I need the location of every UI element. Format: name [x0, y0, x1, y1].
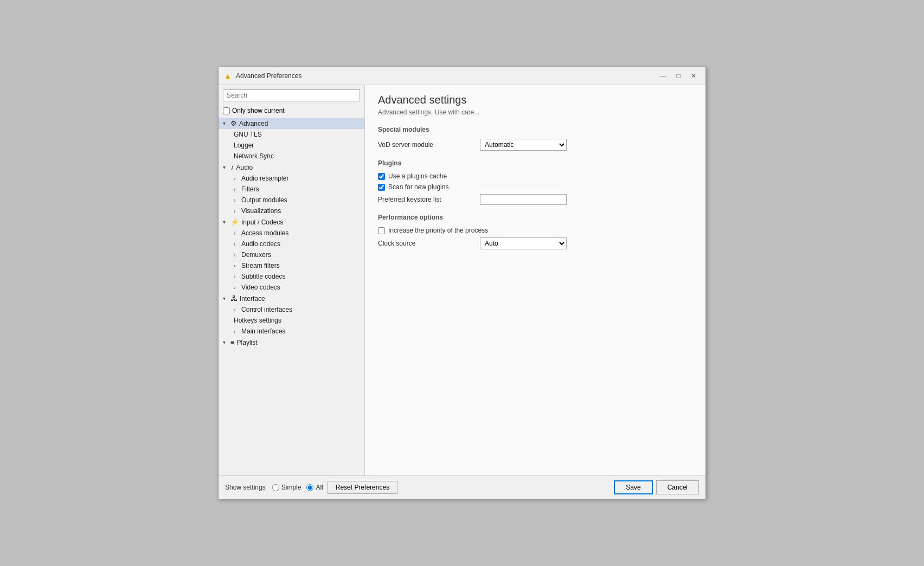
sidebar-item-label: Video codecs: [241, 284, 280, 291]
chevron-right-icon: ›: [234, 208, 239, 214]
special-modules-label: Special modules: [378, 126, 692, 133]
sidebar-item-visualizations[interactable]: › Visualizations: [219, 205, 364, 216]
reset-preferences-button[interactable]: Reset Preferences: [328, 481, 397, 494]
simple-radio-label[interactable]: Simple: [272, 484, 301, 491]
sidebar-item-label: Output modules: [241, 196, 287, 204]
window-body: Only show current ▾ ⚙ Advanced GNU TLS L…: [219, 85, 705, 475]
sidebar-item-interface[interactable]: ▾ 🖧 Interface: [219, 293, 364, 304]
sidebar-item-label: Filters: [241, 185, 259, 193]
playlist-icon: ≡: [230, 338, 235, 346]
main-subtitle: Advanced settings. Use with care...: [378, 108, 692, 116]
sidebar-item-label: Control interfaces: [241, 306, 292, 313]
sidebar-item-hotkeys-settings[interactable]: Hotkeys settings: [219, 315, 364, 326]
chevron-down-icon: ▾: [223, 120, 228, 126]
main-content: Advanced settings Advanced settings. Use…: [365, 85, 705, 475]
sidebar-item-video-codecs[interactable]: › Video codecs: [219, 282, 364, 293]
sidebar-item-label: Audio resampler: [241, 175, 288, 182]
sidebar-item-subtitle-codecs[interactable]: › Subtitle codecs: [219, 271, 364, 282]
sidebar-item-audio-resampler[interactable]: › Audio resampler: [219, 173, 364, 184]
sidebar-item-label: Visualizations: [241, 207, 281, 215]
plugins-group: Plugins Use a plugins cache Scan for new…: [378, 159, 692, 205]
chevron-right-icon: ›: [234, 241, 239, 247]
sidebar-item-control-interfaces[interactable]: › Control interfaces: [219, 304, 364, 315]
scan-for-new-plugins-label: Scan for new plugins: [388, 183, 448, 191]
increase-priority-checkbox[interactable]: [378, 227, 385, 234]
sidebar-item-label: Audio: [236, 164, 253, 171]
preferred-keystore-row: Preferred keystore list: [378, 194, 692, 205]
sidebar-item-demuxers[interactable]: › Demuxers: [219, 249, 364, 260]
sidebar-item-gnu-tls[interactable]: GNU TLS: [219, 129, 364, 140]
sidebar: Only show current ▾ ⚙ Advanced GNU TLS L…: [219, 85, 365, 475]
chevron-down-icon: ▾: [223, 219, 228, 225]
scan-for-new-plugins-checkbox[interactable]: [378, 184, 385, 191]
sidebar-item-advanced[interactable]: ▾ ⚙ Advanced: [219, 118, 364, 129]
sidebar-item-input-codecs[interactable]: ▾ ⚡ Input / Codecs: [219, 216, 364, 228]
minimize-button[interactable]: —: [657, 70, 670, 81]
sidebar-item-label: Network Sync: [234, 152, 274, 160]
increase-priority-label: Increase the priority of the process: [388, 227, 488, 234]
window-footer: Show settings Simple All Reset Preferenc…: [219, 475, 705, 499]
chevron-right-icon: ›: [234, 307, 239, 313]
chevron-right-icon: ›: [234, 274, 239, 280]
all-radio-label[interactable]: All: [306, 484, 323, 491]
window-title: Advanced Preferences: [236, 72, 301, 80]
use-plugins-cache-row: Use a plugins cache: [378, 172, 692, 180]
chevron-right-icon: ›: [234, 285, 239, 291]
sidebar-item-audio[interactable]: ▾ ♪ Audio: [219, 162, 364, 173]
vod-server-select[interactable]: Automatic None: [480, 139, 567, 151]
vlc-icon: ▲: [224, 72, 233, 80]
sidebar-item-audio-codecs[interactable]: › Audio codecs: [219, 239, 364, 249]
sidebar-item-output-modules[interactable]: › Output modules: [219, 195, 364, 205]
simple-radio[interactable]: [272, 484, 279, 491]
all-radio[interactable]: [306, 484, 313, 491]
clock-source-select[interactable]: Auto System Monotonic: [480, 237, 567, 249]
sidebar-item-label: Hotkeys settings: [234, 317, 281, 324]
sidebar-item-access-modules[interactable]: › Access modules: [219, 228, 364, 239]
maximize-button[interactable]: □: [672, 70, 685, 81]
close-button[interactable]: ✕: [687, 70, 700, 81]
chevron-right-icon: ›: [234, 329, 239, 335]
vod-server-label: VoD server module: [378, 141, 476, 149]
sidebar-item-label: Demuxers: [241, 251, 271, 259]
sidebar-item-label: Subtitle codecs: [241, 273, 285, 280]
sidebar-tree: ▾ ⚙ Advanced GNU TLS Logger Network Sync…: [219, 118, 364, 475]
sidebar-item-label: GNU TLS: [234, 131, 262, 138]
performance-options-group: Performance options Increase the priorit…: [378, 214, 692, 249]
sidebar-item-label: Playlist: [237, 339, 258, 346]
performance-options-label: Performance options: [378, 214, 692, 221]
sidebar-item-main-interfaces[interactable]: › Main interfaces: [219, 326, 364, 337]
chevron-down-icon: ▾: [223, 164, 228, 170]
cancel-button[interactable]: Cancel: [656, 480, 699, 494]
use-plugins-cache-label: Use a plugins cache: [388, 172, 447, 180]
preferred-keystore-input[interactable]: [480, 194, 567, 205]
sidebar-item-network-sync[interactable]: Network Sync: [219, 151, 364, 162]
sidebar-item-filters[interactable]: › Filters: [219, 184, 364, 195]
only-show-current-checkbox[interactable]: [223, 107, 230, 114]
sidebar-item-label: Logger: [234, 142, 254, 149]
audio-icon: ♪: [230, 163, 234, 171]
clock-source-label: Clock source: [378, 240, 476, 247]
chevron-right-icon: ›: [234, 186, 239, 192]
search-input[interactable]: [223, 89, 360, 101]
sidebar-item-label: Input / Codecs: [241, 218, 283, 226]
use-plugins-cache-checkbox[interactable]: [378, 173, 385, 180]
gear-icon: ⚙: [230, 119, 237, 127]
show-settings-group: Show settings Simple All Reset Preferenc…: [225, 481, 397, 494]
sidebar-item-stream-filters[interactable]: › Stream filters: [219, 260, 364, 271]
sidebar-item-logger[interactable]: Logger: [219, 140, 364, 151]
sidebar-item-playlist[interactable]: ▾ ≡ Playlist: [219, 337, 364, 348]
sidebar-item-label: Advanced: [239, 120, 268, 127]
sidebar-item-label: Audio codecs: [241, 240, 280, 248]
sidebar-item-label: Access modules: [241, 229, 288, 237]
save-button[interactable]: Save: [614, 480, 652, 494]
title-bar-controls: — □ ✕: [657, 70, 700, 81]
show-settings-label: Show settings: [225, 484, 266, 491]
chevron-right-icon: ›: [234, 263, 239, 269]
interface-icon: 🖧: [230, 294, 238, 303]
sidebar-item-label: Main interfaces: [241, 327, 285, 335]
chevron-right-icon: ›: [234, 230, 239, 236]
sidebar-item-label: Interface: [240, 295, 265, 303]
plugins-label: Plugins: [378, 159, 692, 167]
chevron-right-icon: ›: [234, 176, 239, 182]
sidebar-item-label: Stream filters: [241, 262, 280, 269]
